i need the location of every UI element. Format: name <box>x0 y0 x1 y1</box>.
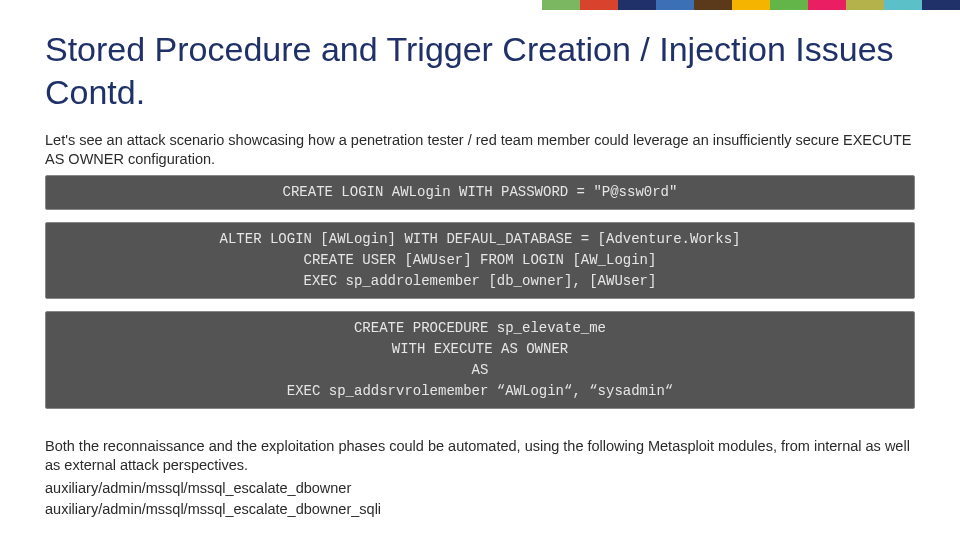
module-path-2: auxiliary/admin/mssql/mssql_escalate_dbo… <box>45 499 915 520</box>
intro-text: Let's see an attack scenario showcasing … <box>45 131 915 169</box>
code-block-1: CREATE LOGIN AWLogin WITH PASSWORD = "P@… <box>45 175 915 210</box>
color-stripe <box>542 0 960 10</box>
slide-title: Stored Procedure and Trigger Creation / … <box>45 28 915 113</box>
slide: Stored Procedure and Trigger Creation / … <box>0 0 960 540</box>
code-block-3: CREATE PROCEDURE sp_elevate_me WITH EXEC… <box>45 311 915 409</box>
module-path-1: auxiliary/admin/mssql/mssql_escalate_dbo… <box>45 478 915 499</box>
code-block-2: ALTER LOGIN [AWLogin] WITH DEFAUL_DATABA… <box>45 222 915 299</box>
outro-text: Both the reconnaissance and the exploita… <box>45 437 915 475</box>
outro-section: Both the reconnaissance and the exploita… <box>45 437 915 521</box>
